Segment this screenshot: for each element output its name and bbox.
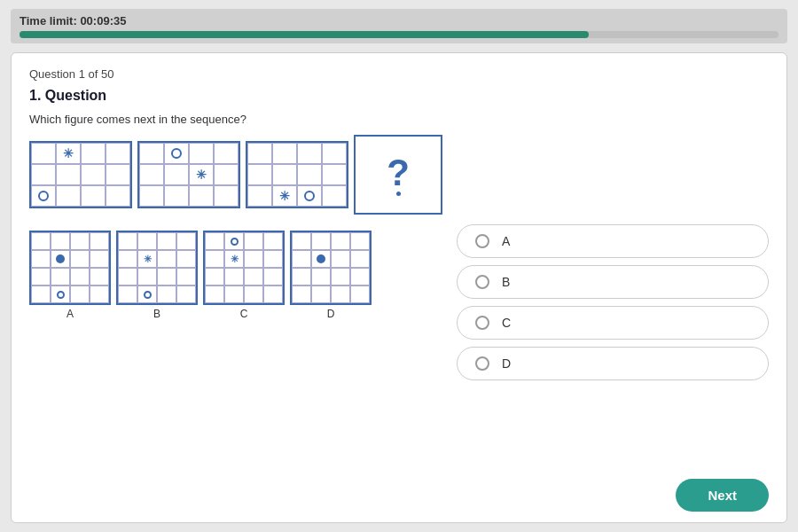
- answer-d-container: D: [290, 231, 372, 320]
- top-sequence-row: ✳: [29, 135, 442, 215]
- tc: [56, 164, 81, 185]
- main-card: Question 1 of 50 1. Question Which figur…: [11, 52, 787, 523]
- sequence-grid-1: ✳: [29, 141, 132, 208]
- right-panel: A B C D: [457, 135, 769, 470]
- answer-b-container: ✳ B: [116, 231, 198, 320]
- answer-a-label: A: [66, 308, 74, 320]
- tc: [322, 143, 347, 164]
- tc: [56, 185, 81, 207]
- asterisk-icon: ✳: [196, 168, 207, 182]
- answer-grid-a: [29, 231, 111, 305]
- left-panel: ✳: [29, 135, 442, 470]
- tc: [139, 164, 164, 185]
- tc: [106, 143, 130, 164]
- timer-bar-container: Time limit: 00:09:35: [11, 9, 787, 43]
- radio-b[interactable]: [475, 275, 489, 289]
- next-button[interactable]: Next: [676, 479, 769, 512]
- tc: [214, 164, 239, 185]
- asterisk-icon: ✳: [231, 254, 239, 265]
- question-counter: Question 1 of 50: [29, 67, 769, 81]
- asterisk-icon: ✳: [144, 254, 152, 265]
- answer-grids: A ✳: [29, 231, 442, 320]
- asterisk-icon: ✳: [279, 189, 290, 203]
- tc: [297, 164, 322, 185]
- tc: [164, 164, 189, 185]
- answer-c-label: C: [240, 308, 248, 320]
- tc: ✳: [272, 185, 297, 207]
- tc: [164, 185, 189, 207]
- answer-d-text: D: [502, 356, 511, 371]
- tc: ✳: [189, 164, 214, 185]
- answer-grid-b: ✳: [116, 231, 198, 305]
- answer-c-text: C: [502, 316, 511, 330]
- asterisk-icon: ✳: [63, 146, 74, 160]
- tc: [247, 164, 272, 185]
- question-mark-dot: [396, 192, 401, 196]
- bottom-bar: Next: [29, 479, 769, 512]
- tc: [322, 185, 347, 207]
- tc: [31, 185, 56, 207]
- tc: [189, 143, 214, 164]
- circle-outline-icon: [57, 291, 65, 299]
- tc: [31, 143, 56, 164]
- sequence-grid-2: ✳: [137, 141, 240, 208]
- tc: [272, 143, 297, 164]
- tc: [106, 164, 130, 185]
- answer-b-text: B: [502, 275, 510, 289]
- answer-option-c[interactable]: C: [457, 306, 769, 340]
- tc: [139, 143, 164, 164]
- answer-grid-d: [290, 231, 372, 305]
- tc: [214, 143, 239, 164]
- timer-label: Time limit: 00:09:35: [20, 14, 778, 27]
- answer-option-b[interactable]: B: [457, 265, 769, 299]
- content-area: ✳: [29, 135, 769, 470]
- tc: [164, 143, 189, 164]
- progress-fill: [20, 31, 589, 38]
- circle-outline-icon: [171, 148, 182, 159]
- tc: [31, 164, 56, 185]
- tc: [322, 164, 347, 185]
- answer-grid-c: ✳: [203, 231, 285, 305]
- tc: [247, 143, 272, 164]
- question-mark-box: ?: [354, 135, 442, 215]
- answer-grids-row: A ✳: [29, 231, 442, 320]
- tc: [81, 164, 106, 185]
- answer-d-label: D: [327, 308, 335, 320]
- question-text: Which figure comes next in the sequence?: [29, 113, 769, 126]
- tc: [81, 185, 106, 207]
- answer-b-label: B: [153, 308, 160, 320]
- answer-option-d[interactable]: D: [457, 347, 769, 380]
- radio-d[interactable]: [475, 356, 489, 371]
- radio-c[interactable]: [475, 316, 489, 330]
- tc: [214, 185, 239, 207]
- circle-outline-icon: [38, 191, 49, 201]
- tc: [272, 164, 297, 185]
- tc: ✳: [56, 143, 81, 164]
- answer-a-text: A: [502, 234, 510, 248]
- question-title: 1. Question: [29, 88, 769, 104]
- tc: [189, 185, 214, 207]
- tc: [139, 185, 164, 207]
- tc: [247, 185, 272, 207]
- sequence-grid-3: ✳: [246, 141, 348, 208]
- progress-track: [20, 31, 778, 38]
- tc: [106, 185, 130, 207]
- circle-outline-icon: [144, 291, 152, 299]
- page-container: Time limit: 00:09:35 Question 1 of 50 1.…: [0, 0, 798, 532]
- tc: [297, 185, 322, 207]
- circle-filled-icon: [317, 254, 325, 263]
- circle-outline-icon: [231, 238, 239, 246]
- circle-filled-icon: [56, 254, 65, 263]
- tc: [81, 143, 106, 164]
- radio-a[interactable]: [475, 234, 489, 248]
- tc: [297, 143, 322, 164]
- circle-outline-icon: [304, 191, 315, 201]
- answer-a-container: A: [29, 231, 111, 320]
- answer-c-container: ✳ C: [203, 231, 285, 320]
- answer-option-a[interactable]: A: [457, 224, 769, 258]
- question-mark-icon: ?: [387, 154, 410, 192]
